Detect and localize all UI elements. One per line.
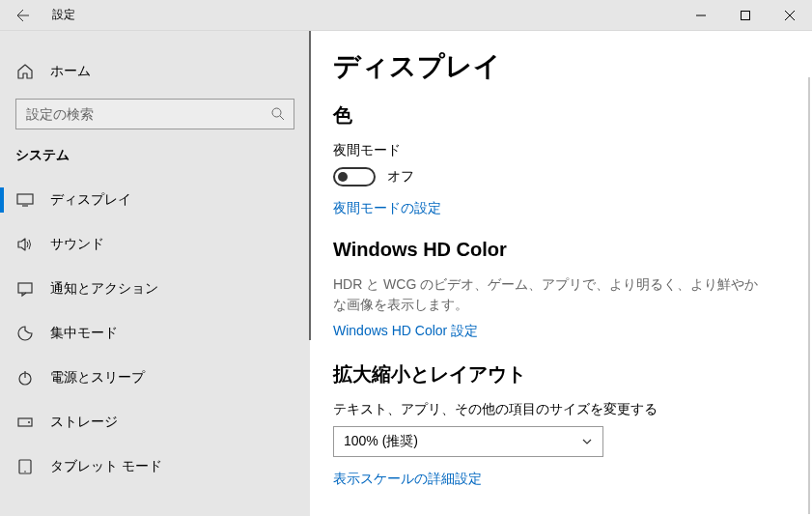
focus-icon <box>15 324 35 343</box>
hd-color-settings-link[interactable]: Windows HD Color 設定 <box>333 323 478 340</box>
page-title: ディスプレイ <box>333 48 781 85</box>
nav-item-power[interactable]: 電源とスリープ <box>0 356 310 400</box>
minimize-button[interactable] <box>679 0 723 31</box>
nav-item-storage[interactable]: ストレージ <box>0 400 310 444</box>
search-icon <box>263 99 294 129</box>
nav-label: 電源とスリープ <box>50 369 145 387</box>
search-input[interactable] <box>16 106 263 122</box>
tablet-icon <box>15 457 35 476</box>
svg-point-6 <box>28 421 30 423</box>
window-title: 設定 <box>52 7 75 23</box>
nav-label: ディスプレイ <box>50 191 131 209</box>
scale-label: テキスト、アプリ、その他の項目のサイズを変更する <box>333 401 781 418</box>
toggle-knob <box>338 172 348 182</box>
sound-icon <box>15 235 35 254</box>
home-icon <box>15 62 35 81</box>
display-icon <box>15 190 35 210</box>
scale-advanced-link[interactable]: 表示スケールの詳細設定 <box>333 471 482 488</box>
notifications-icon <box>15 279 35 299</box>
nav-label: 集中モード <box>50 325 118 342</box>
search-box[interactable] <box>15 99 294 129</box>
night-light-settings-link[interactable]: 夜間モードの設定 <box>333 200 441 217</box>
minimize-icon <box>696 11 706 20</box>
content-area: ディスプレイ 色 夜間モード オフ 夜間モードの設定 Windows HD Co… <box>310 31 812 516</box>
nav-label: サウンド <box>50 236 104 253</box>
back-button[interactable] <box>0 0 46 31</box>
nav-item-focus[interactable]: 集中モード <box>0 311 310 356</box>
scale-value: 100% (推奨) <box>344 433 418 450</box>
title-bar: 設定 <box>0 0 812 31</box>
arrow-left-icon <box>15 8 31 23</box>
night-light-state: オフ <box>387 168 414 186</box>
maximize-button[interactable] <box>723 0 768 31</box>
svg-point-1 <box>272 108 281 117</box>
night-light-label: 夜間モード <box>333 142 781 159</box>
nav-label: タブレット モード <box>50 458 162 475</box>
scale-heading: 拡大縮小とレイアウト <box>333 361 781 387</box>
close-button[interactable] <box>768 0 812 31</box>
home-button[interactable]: ホーム <box>0 54 310 89</box>
nav-label: ストレージ <box>50 414 118 431</box>
hd-color-description: HDR と WCG のビデオ、ゲーム、アプリで、より明るく、より鮮やかな画像を表… <box>333 274 768 315</box>
storage-icon <box>15 413 35 432</box>
maximize-icon <box>741 11 750 20</box>
svg-rect-3 <box>18 283 32 293</box>
svg-rect-2 <box>17 194 33 204</box>
content-scrollbar[interactable] <box>808 77 810 514</box>
night-light-toggle[interactable] <box>333 167 376 186</box>
close-icon <box>785 11 795 20</box>
nav-item-notifications[interactable]: 通知とアクション <box>0 267 310 311</box>
svg-point-8 <box>24 471 26 473</box>
home-label: ホーム <box>50 63 91 80</box>
color-heading: 色 <box>333 102 781 129</box>
sidebar: ホーム システム ディスプレイ サウンド <box>0 31 310 516</box>
scale-dropdown[interactable]: 100% (推奨) <box>333 426 603 457</box>
hd-color-heading: Windows HD Color <box>333 239 781 261</box>
power-icon <box>15 368 35 387</box>
nav-item-sound[interactable]: サウンド <box>0 222 310 267</box>
svg-rect-0 <box>742 11 750 19</box>
chevron-down-icon <box>581 436 593 447</box>
nav-item-display[interactable]: ディスプレイ <box>0 178 310 222</box>
nav-item-tablet[interactable]: タブレット モード <box>0 444 310 489</box>
category-header: システム <box>0 147 310 178</box>
nav-label: 通知とアクション <box>50 280 158 298</box>
